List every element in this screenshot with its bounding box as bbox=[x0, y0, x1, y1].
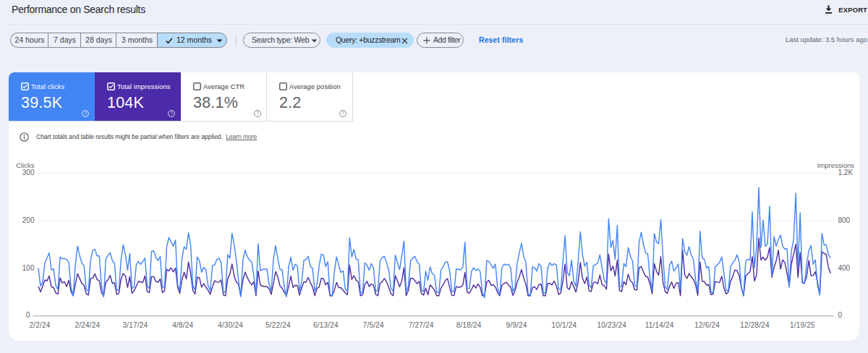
svg-text:7/27/24: 7/27/24 bbox=[409, 321, 434, 329]
svg-text:400: 400 bbox=[838, 264, 851, 272]
svg-text:4/30/24: 4/30/24 bbox=[218, 321, 243, 329]
svg-text:12/28/24: 12/28/24 bbox=[740, 321, 770, 329]
svg-text:12/6/24: 12/6/24 bbox=[694, 321, 720, 329]
svg-text:4/8/24: 4/8/24 bbox=[172, 321, 193, 329]
svg-text:2/2/24: 2/2/24 bbox=[29, 321, 50, 329]
svg-text:9/9/24: 9/9/24 bbox=[506, 321, 527, 329]
svg-text:10/1/24: 10/1/24 bbox=[552, 321, 577, 329]
svg-text:0: 0 bbox=[838, 311, 843, 319]
svg-text:6/13/24: 6/13/24 bbox=[313, 321, 339, 329]
svg-text:3/17/24: 3/17/24 bbox=[122, 321, 148, 329]
svg-text:300: 300 bbox=[22, 169, 35, 176]
svg-text:800: 800 bbox=[838, 216, 851, 224]
svg-text:2/24/24: 2/24/24 bbox=[75, 321, 101, 329]
svg-text:11/14/24: 11/14/24 bbox=[645, 321, 674, 329]
svg-text:1/19/25: 1/19/25 bbox=[790, 321, 815, 329]
svg-text:10/23/24: 10/23/24 bbox=[597, 321, 627, 329]
svg-text:100: 100 bbox=[22, 264, 35, 272]
svg-text:5/22/24: 5/22/24 bbox=[265, 321, 291, 329]
svg-text:200: 200 bbox=[22, 216, 35, 224]
svg-text:8/18/24: 8/18/24 bbox=[456, 321, 482, 329]
svg-text:1.2K: 1.2K bbox=[838, 169, 854, 176]
svg-text:7/5/24: 7/5/24 bbox=[363, 321, 384, 329]
svg-text:0: 0 bbox=[26, 311, 30, 319]
